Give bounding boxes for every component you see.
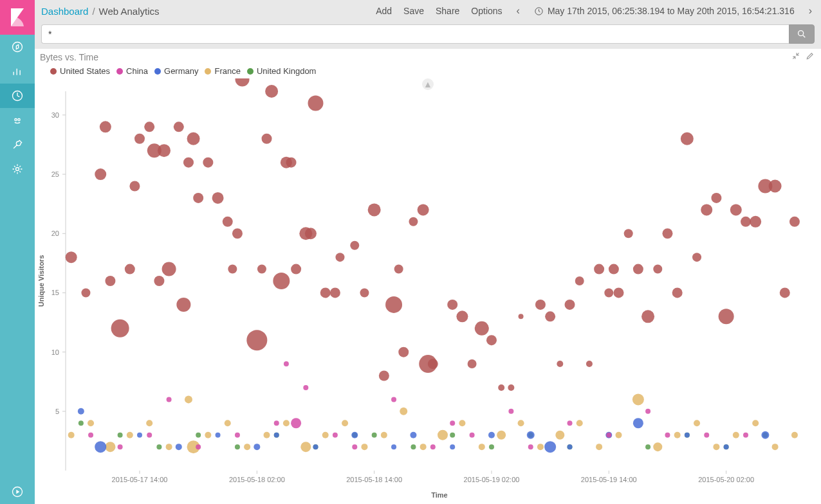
svg-point-170 [291,264,301,274]
legend-item-gb[interactable]: United Kingdom [247,66,317,76]
svg-point-145 [129,181,140,192]
svg-point-36 [88,420,94,426]
svg-point-65 [632,393,644,405]
svg-text:10: 10 [51,348,59,356]
svg-point-75 [118,433,123,438]
svg-point-124 [333,433,338,438]
svg-point-83 [410,444,416,449]
svg-point-183 [398,347,409,357]
svg-point-46 [264,432,270,438]
visualize-icon[interactable] [0,59,35,84]
share-button[interactable]: Share [436,6,459,16]
svg-point-178 [360,288,369,297]
svg-point-127 [430,444,436,449]
svg-point-144 [125,264,135,274]
svg-point-200 [575,276,584,285]
breadcrumb-root[interactable]: Dashboard [41,6,88,17]
svg-point-45 [244,444,250,450]
legend-item-cn[interactable]: China [116,66,148,76]
svg-point-73 [791,432,798,438]
legend-item-fr[interactable]: France [205,66,240,76]
svg-point-161 [232,228,243,239]
svg-point-147 [144,122,154,132]
svg-point-204 [609,264,619,274]
svg-point-120 [274,420,279,426]
search-button[interactable] [789,24,815,44]
expand-up-icon[interactable]: ▲ [422,78,434,90]
svg-point-121 [284,361,289,366]
svg-point-84 [450,433,455,438]
svg-point-139 [81,288,90,297]
breadcrumb-current: Web Analytics [99,6,160,17]
svg-point-159 [223,217,233,227]
svg-point-193 [498,384,504,391]
panel-title: Bytes vs. Time [40,52,786,62]
svg-point-205 [613,287,623,298]
devtools-icon[interactable] [0,132,35,157]
svg-point-206 [624,229,633,238]
breadcrumb-sep: / [92,6,95,17]
svg-point-135 [665,433,670,438]
svg-point-190 [468,359,477,368]
chart-legend: United States China Germany France Unite… [35,64,821,78]
panel-collapse-icon[interactable] [791,51,800,62]
svg-point-117 [167,397,172,402]
svg-point-133 [606,433,611,438]
svg-point-74 [78,420,84,426]
svg-point-215 [711,193,721,203]
svg-point-89 [645,444,650,449]
svg-point-39 [146,420,152,426]
svg-text:2015-05-17 14:00: 2015-05-17 14:00 [112,476,168,483]
svg-point-85 [489,444,494,449]
svg-point-55 [438,430,448,440]
discover-icon[interactable] [0,35,35,59]
svg-text:2015-05-20 02:00: 2015-05-20 02:00 [698,476,754,483]
svg-point-95 [137,433,142,438]
svg-point-0 [13,42,23,52]
search-input[interactable] [41,24,789,44]
svg-point-165 [262,134,272,144]
svg-point-201 [586,361,593,367]
svg-point-103 [410,432,416,438]
svg-point-216 [719,309,734,324]
time-next-icon[interactable]: › [806,5,815,17]
svg-point-59 [518,420,524,426]
svg-point-112 [724,444,729,449]
svg-point-174 [320,287,331,298]
svg-point-188 [447,300,457,310]
svg-point-62 [577,420,583,426]
panel-header: Bytes vs. Time [35,49,821,64]
svg-point-56 [459,420,465,426]
svg-text:Time: Time [431,491,447,499]
svg-point-213 [692,253,701,262]
svg-point-47 [283,420,290,426]
svg-point-146 [134,134,145,144]
svg-point-37 [105,442,115,452]
svg-point-77 [196,433,201,438]
options-button[interactable]: Options [471,6,502,16]
svg-point-118 [196,444,201,449]
dashboard-icon[interactable] [0,84,35,108]
svg-point-207 [633,264,643,274]
svg-point-48 [300,442,311,452]
time-prev-icon[interactable]: ‹ [514,5,522,17]
svg-point-66 [653,442,662,451]
svg-point-187 [428,359,438,369]
topbar: Dashboard / Web Analytics Add Save Share… [35,0,821,22]
svg-point-60 [537,444,544,450]
timelion-icon[interactable] [0,108,35,132]
search-icon [797,29,807,39]
scatter-chart[interactable]: 510152025302015-05-17 14:002015-05-18 02… [35,78,821,503]
management-icon[interactable] [0,157,35,181]
svg-point-122 [291,418,301,428]
svg-point-180 [379,371,389,381]
save-button[interactable]: Save [403,6,424,16]
panel-edit-icon[interactable] [806,51,815,62]
legend-item-us[interactable]: United States [50,66,110,76]
svg-point-154 [183,158,194,168]
svg-point-82 [372,433,377,438]
time-range[interactable]: May 17th 2015, 06:25:38.194 to May 20th … [534,6,795,16]
collapse-icon[interactable] [0,480,35,504]
add-button[interactable]: Add [376,6,392,16]
legend-item-de[interactable]: Germany [154,66,198,76]
